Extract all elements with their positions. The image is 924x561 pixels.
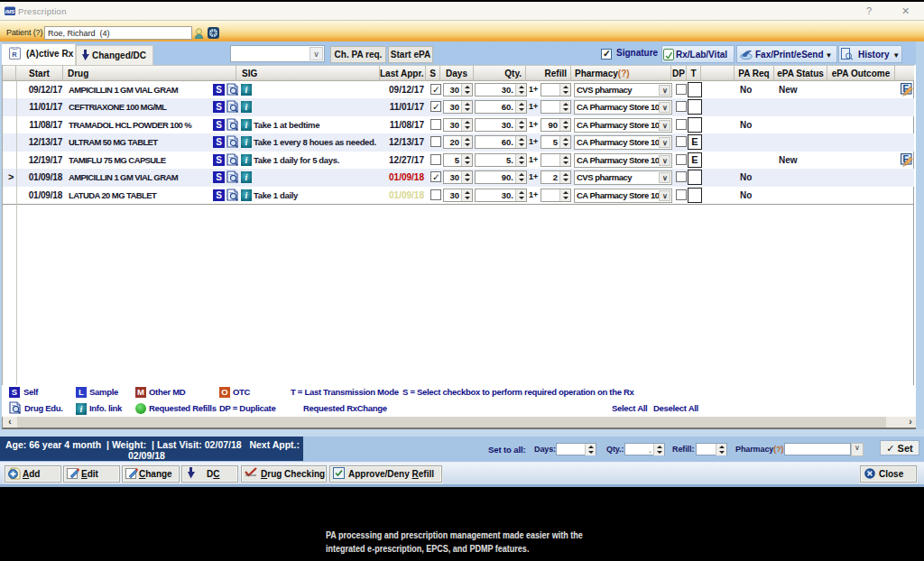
svg-text:R: R: [12, 51, 17, 59]
svg-text:IMS: IMS: [5, 8, 15, 14]
